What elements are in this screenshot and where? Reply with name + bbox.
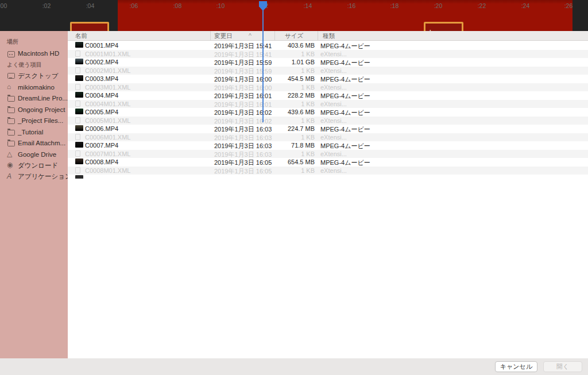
apps-icon: A — [7, 173, 15, 180]
file-list-area: 名前 ^ 変更日 サイズ 種類 C0001.MP42019年1月3日 15:41… — [68, 122, 345, 316]
table-row[interactable]: C0006.MP42019年1月3日 16:03224.7 MBMPEG-4ムー… — [68, 125, 345, 133]
sidebar-item-emailattachm[interactable]: Email Attachm... — [0, 138, 68, 149]
link-media-dialog: どのメディアを「/Volumes/TB-1/Private/Japan Dec1… — [0, 122, 345, 316]
table-row[interactable]: C0006M01.XML2019年1月3日 16:031 KBeXtensi..… — [68, 133, 345, 142]
sidebar-item-label: ダウンロード — [18, 161, 58, 170]
table-row-partial[interactable] — [68, 175, 345, 179]
file-kind: eXtensi... — [320, 167, 345, 174]
video-thumbnail-icon — [75, 125, 83, 131]
sidebar-item-label: アプリケーション — [18, 172, 68, 181]
file-size: 654.5 MB — [257, 158, 315, 165]
file-kind: eXtensi... — [320, 122, 345, 124]
download-icon: ◉ — [7, 162, 15, 169]
file-size: 224.7 MB — [257, 125, 315, 132]
xml-file-icon — [75, 134, 80, 140]
file-list: C0001.MP42019年1月3日 15:41403.6 MBMPEG-4ムー… — [68, 122, 345, 316]
sidebar-item-[interactable]: ◉ダウンロード — [0, 160, 68, 172]
sidebar-item-_projectfiles[interactable]: _Project Files... — [0, 122, 68, 126]
file-size: 71.8 MB — [257, 142, 315, 149]
sidebar-item-label: _Project Files... — [18, 122, 63, 124]
file-name: C0008.MP4 — [85, 158, 118, 165]
xml-file-icon — [75, 150, 80, 157]
file-name: C0007M01.XML — [85, 150, 131, 157]
ruler-tick-label: :14 — [304, 2, 312, 9]
video-thumbnail-icon — [75, 158, 83, 164]
ruler-tick-label: :26 — [564, 2, 573, 9]
file-name: C0007.MP4 — [85, 142, 118, 149]
file-kind: eXtensi... — [320, 134, 345, 141]
file-kind: MPEG-4ムービー — [320, 125, 345, 133]
file-kind: eXtensi... — [320, 150, 345, 157]
ruler-tick-label: :20 — [434, 2, 443, 9]
folder-icon — [7, 129, 15, 136]
ruler-tick-label: :10 — [216, 2, 225, 9]
table-row[interactable]: C0008.MP42019年1月3日 16:05654.5 MBMPEG-4ムー… — [68, 158, 345, 167]
file-name: C0005M01.XML — [85, 122, 131, 124]
file-size: 1 KB — [257, 134, 315, 141]
video-thumbnail-icon — [75, 142, 83, 148]
ruler-tick-label: :08 — [173, 2, 182, 9]
sidebar-item-[interactable]: Aアプリケーション — [0, 171, 68, 183]
xml-file-icon — [75, 167, 80, 173]
file-kind: MPEG-4ムービー — [320, 142, 345, 150]
ruler-tick-label: :02 — [42, 2, 51, 9]
xml-file-icon — [75, 122, 80, 123]
ruler-tick-label: :22 — [478, 2, 486, 9]
sidebar-item-_tutorial[interactable]: _Tutorial — [0, 126, 68, 138]
ruler-tick-label: :16 — [347, 2, 356, 9]
gdrive-icon: △ — [7, 151, 15, 158]
file-name: C0006M01.XML — [85, 134, 131, 141]
sidebar-item-label: Email Attachm... — [18, 140, 65, 146]
file-size: 1 KB — [257, 122, 315, 124]
ruler-tick-label: :00 — [0, 2, 7, 9]
ruler-tick-label: :18 — [390, 2, 399, 9]
dialog-sidebar: 場所Macintosh HDよく使う項目デスクトップ⌂mikiomakinoDr… — [0, 122, 68, 316]
file-size: 1 KB — [257, 167, 315, 174]
app-window: 00:115400:2821 — [0, 0, 588, 375]
file-size: 1 KB — [257, 150, 315, 157]
table-row[interactable]: C0008M01.XML2019年1月3日 16:051 KBeXtensi..… — [68, 167, 345, 175]
ruler-tick-label: :04 — [86, 2, 95, 9]
video-thumbnail-icon — [75, 175, 83, 179]
sidebar-item-label: Google Drive — [18, 151, 56, 158]
table-row[interactable]: C0007M01.XML2019年1月3日 16:031 KBeXtensi..… — [68, 150, 345, 158]
table-row[interactable]: C0007.MP42019年1月3日 16:0371.8 MBMPEG-4ムービ… — [68, 141, 345, 150]
ruler-tick-label: :24 — [521, 2, 530, 9]
sidebar-item-label: _Tutorial — [18, 129, 43, 136]
folder-icon — [7, 122, 15, 124]
ruler-tick-label: :06 — [130, 2, 138, 9]
file-name: C0006.MP4 — [85, 125, 118, 132]
playhead-line — [262, 2, 264, 122]
folder-icon — [7, 140, 15, 146]
sidebar-item-googledrive[interactable]: △Google Drive — [0, 149, 68, 160]
file-kind: MPEG-4ムービー — [320, 158, 345, 167]
file-name: C0008M01.XML — [85, 167, 131, 174]
